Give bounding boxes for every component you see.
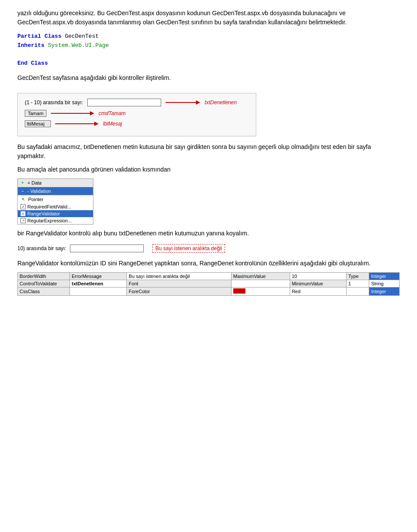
class-name: GecDenTest [61, 33, 99, 40]
demo-label-ctrl: lblMesaj [25, 120, 51, 127]
toolbox-range-validator[interactable]: R RangeValidator [18, 210, 93, 217]
toolbox-validation-label: - Validation [27, 188, 51, 194]
toolbox-data-label: + Data [27, 180, 42, 185]
code-block: Partial Class GecDenTest Inherits System… [17, 32, 400, 68]
demo-row-3: lblMesaj lblMesaj [25, 120, 249, 127]
paragraph-6: RangeValidator kontolümüzün ID sini Rang… [17, 259, 400, 268]
prop-maxvalue-label: MaximumValue [231, 273, 290, 280]
prop-integer-val-2: Integer [369, 287, 400, 296]
kw-inherits: Inherits [17, 42, 44, 49]
ctrl-name-2: cmdTamam [99, 110, 126, 116]
demo-controls-diagram: (1 - 10) arasında bir sayı: txtDenetlene… [17, 93, 256, 136]
prop-minvalue-label: MinimumValue [290, 280, 346, 287]
prop-cssclass-label: CssClass [18, 287, 70, 296]
properties-table: BorderWidth ErrorMessage Bu sayı istenen… [17, 272, 400, 296]
inherits-val: System.Web.UI.Page [44, 42, 109, 49]
demo2-error-label: Bu sayı istenen aralıkta değil [152, 244, 225, 253]
paragraph-1: yazılı olduğunu göreceksiniz. Bu GecDenT… [17, 9, 400, 27]
paragraph-2: GecDenTest sayfasına aşağıdaki gibi kont… [17, 73, 400, 83]
prop-type-label: Type [346, 273, 369, 280]
props-row-1: BorderWidth ErrorMessage Bu sayı istenen… [18, 273, 400, 280]
props-row-2: ControlToValidate txtDenetlenen Font Min… [18, 280, 400, 287]
prop-ctrl-to-validate-label: ControlToValidate [18, 280, 70, 287]
arrow-2 [51, 110, 94, 117]
paragraph-3: Bu sayfadaki amacımız, txtDenetlenen met… [17, 142, 400, 161]
demo-button-tamam[interactable]: Tamam [25, 110, 46, 117]
prop-forecolor-swatch [231, 287, 290, 296]
prop-forecolor-val: Red [290, 287, 346, 296]
kw-partial: Partial [17, 33, 41, 40]
props-row-3: CssClass ForeColor Red Integer [18, 287, 400, 296]
toolbox-data-group[interactable]: + + Data [18, 179, 93, 187]
toolbox-panel: + + Data − - Validation ↖ Pointer ✓ Requ… [17, 178, 93, 225]
plus-icon: + [20, 180, 26, 186]
kw-class-1: Class [44, 33, 61, 40]
demo2-input[interactable] [70, 245, 144, 252]
minus-icon: − [20, 188, 26, 194]
toolbox-required-field-validator[interactable]: ✓ RequiredFieldValid... [18, 203, 93, 210]
paragraph-4: Bu amaçla alet panosunda görünen validat… [17, 165, 400, 174]
prop-forecolor-label: ForeColor [127, 287, 231, 296]
toolbox-range-label: RangeValidator [27, 211, 60, 216]
arrow-3 [55, 120, 99, 127]
toolbox-regex-validator[interactable]: .* RegularExpression... [18, 217, 93, 224]
paragraph-5: bir RangeValidator kontrolü alıp bunu tx… [17, 229, 400, 238]
kw-end: End [17, 60, 27, 66]
prop-font-val [231, 280, 290, 287]
ctrl-name-1: txtDenetlenen [205, 99, 237, 106]
toolbox-pointer-label: Pointer [28, 197, 43, 202]
demo-text-input[interactable] [87, 99, 161, 106]
kw-class-2: Class [27, 60, 48, 66]
prop-minvalue-val: 1 [346, 280, 369, 287]
toolbox-regex-label: RegularExpression... [27, 218, 72, 223]
prop-ctrl-to-validate-val: txtDenetlenen [70, 280, 127, 287]
prop-empty-1 [346, 287, 369, 296]
prop-font-label: Font [127, 280, 231, 287]
prop-cssclass-val [70, 287, 127, 296]
demo-row-1: (1 - 10) arasında bir sayı: txtDenetlene… [25, 99, 249, 106]
regex-validator-icon: .* [20, 218, 26, 223]
prop-string-val: String [369, 280, 400, 287]
demo2-container: 10) arasında bir sayı: Bu sayı istenen a… [17, 244, 400, 253]
prop-borderwidth-label: BorderWidth [18, 273, 70, 280]
toolbox-validation-group[interactable]: − - Validation [18, 187, 93, 195]
demo-row-2: Tamam cmdTamam [25, 110, 249, 117]
toolbox-required-label: RequiredFieldValid... [27, 204, 71, 209]
ctrl-name-3: lblMesaj [103, 121, 122, 127]
prop-errormessage-label: ErrorMessage [70, 273, 127, 280]
required-validator-icon: ✓ [20, 204, 26, 209]
demo2-label: 10) arasında bir sayı: [17, 245, 66, 251]
demo-input-label: (1 - 10) arasında bir sayı: [25, 99, 83, 106]
prop-errormessage-val: Bu sayı istenen aralıkta değil [127, 273, 231, 280]
arrow-1 [165, 99, 200, 106]
pointer-icon: ↖ [20, 196, 26, 202]
range-validator-icon: R [20, 211, 26, 216]
toolbox-pointer[interactable]: ↖ Pointer [18, 195, 93, 203]
prop-maxvalue-val: 10 [290, 273, 346, 280]
prop-type-val: Integer [369, 273, 400, 280]
demo2-left: 10) arasında bir sayı: [17, 245, 144, 252]
